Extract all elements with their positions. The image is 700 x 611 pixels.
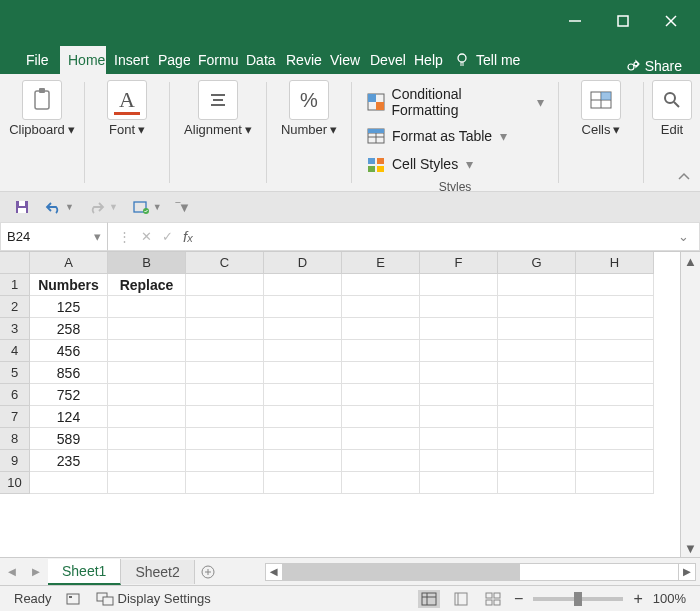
tab-insert[interactable]: Insert bbox=[106, 46, 150, 74]
col-header-A[interactable]: A bbox=[30, 252, 108, 274]
alignment-button[interactable]: Alignment▾ bbox=[178, 80, 258, 137]
cell-E9[interactable] bbox=[342, 450, 420, 472]
scroll-down-button[interactable]: ▼ bbox=[681, 539, 700, 557]
qat-customize-button[interactable]: ‾▼ bbox=[172, 198, 193, 217]
row-header-3[interactable]: 3 bbox=[0, 318, 30, 340]
enter-formula-button[interactable]: ✓ bbox=[162, 229, 173, 244]
cell-B1[interactable]: Replace bbox=[108, 274, 186, 296]
share-button[interactable]: Share bbox=[625, 58, 682, 74]
cell-G2[interactable] bbox=[498, 296, 576, 318]
display-settings-button[interactable]: Display Settings bbox=[96, 591, 211, 606]
cell-B4[interactable] bbox=[108, 340, 186, 362]
save-button[interactable] bbox=[10, 197, 34, 217]
col-header-G[interactable]: G bbox=[498, 252, 576, 274]
font-button[interactable]: A Font▾ bbox=[93, 80, 161, 137]
tell-me-search[interactable]: Tell me bbox=[446, 46, 528, 74]
cell-F9[interactable] bbox=[420, 450, 498, 472]
editing-button[interactable]: Edit bbox=[652, 80, 692, 137]
add-sheet-button[interactable] bbox=[195, 559, 221, 585]
tab-review[interactable]: Revie bbox=[278, 46, 322, 74]
cell-A10[interactable] bbox=[30, 472, 108, 494]
fx-icon[interactable]: fx bbox=[183, 228, 193, 245]
row-header-2[interactable]: 2 bbox=[0, 296, 30, 318]
cell-G7[interactable] bbox=[498, 406, 576, 428]
tab-view[interactable]: View bbox=[322, 46, 362, 74]
cell-F3[interactable] bbox=[420, 318, 498, 340]
cell-B5[interactable] bbox=[108, 362, 186, 384]
cell-grid[interactable]: ABCDEFGH1NumbersReplace21253258445658566… bbox=[0, 252, 680, 557]
cell-C7[interactable] bbox=[186, 406, 264, 428]
row-header-6[interactable]: 6 bbox=[0, 384, 30, 406]
page-layout-view-button[interactable] bbox=[450, 590, 472, 608]
zoom-slider[interactable] bbox=[533, 597, 623, 601]
cell-D8[interactable] bbox=[264, 428, 342, 450]
collapse-ribbon-button[interactable] bbox=[676, 169, 692, 185]
cell-A1[interactable]: Numbers bbox=[30, 274, 108, 296]
formula-input[interactable] bbox=[203, 223, 668, 250]
cell-C10[interactable] bbox=[186, 472, 264, 494]
select-all-corner[interactable] bbox=[0, 252, 30, 274]
cell-G6[interactable] bbox=[498, 384, 576, 406]
cell-D2[interactable] bbox=[264, 296, 342, 318]
cell-B3[interactable] bbox=[108, 318, 186, 340]
cell-E3[interactable] bbox=[342, 318, 420, 340]
cell-G10[interactable] bbox=[498, 472, 576, 494]
col-header-B[interactable]: B bbox=[108, 252, 186, 274]
vertical-scrollbar[interactable]: ▲ ▼ bbox=[680, 252, 700, 557]
macro-record-icon[interactable] bbox=[66, 592, 82, 606]
cell-G8[interactable] bbox=[498, 428, 576, 450]
cell-C1[interactable] bbox=[186, 274, 264, 296]
cell-B9[interactable] bbox=[108, 450, 186, 472]
cell-D9[interactable] bbox=[264, 450, 342, 472]
cell-C3[interactable] bbox=[186, 318, 264, 340]
zoom-out-button[interactable]: − bbox=[514, 590, 523, 608]
normal-view-button[interactable] bbox=[418, 590, 440, 608]
tab-page-layout[interactable]: Page bbox=[150, 46, 190, 74]
cell-B10[interactable] bbox=[108, 472, 186, 494]
tab-file[interactable]: File bbox=[18, 46, 60, 74]
cell-G4[interactable] bbox=[498, 340, 576, 362]
row-header-8[interactable]: 8 bbox=[0, 428, 30, 450]
cell-E8[interactable] bbox=[342, 428, 420, 450]
tab-formulas[interactable]: Formu bbox=[190, 46, 238, 74]
cell-D6[interactable] bbox=[264, 384, 342, 406]
col-header-C[interactable]: C bbox=[186, 252, 264, 274]
row-header-7[interactable]: 7 bbox=[0, 406, 30, 428]
cell-H2[interactable] bbox=[576, 296, 654, 318]
qat-program-button[interactable]: ▼ bbox=[128, 197, 166, 217]
name-box[interactable]: B24 ▾ bbox=[0, 222, 108, 251]
cell-B6[interactable] bbox=[108, 384, 186, 406]
row-header-9[interactable]: 9 bbox=[0, 450, 30, 472]
cell-A6[interactable]: 752 bbox=[30, 384, 108, 406]
cell-B2[interactable] bbox=[108, 296, 186, 318]
tab-developer[interactable]: Devel bbox=[362, 46, 406, 74]
cell-C6[interactable] bbox=[186, 384, 264, 406]
tab-home[interactable]: Home bbox=[60, 46, 106, 74]
cell-D3[interactable] bbox=[264, 318, 342, 340]
maximize-button[interactable] bbox=[600, 6, 646, 36]
row-header-1[interactable]: 1 bbox=[0, 274, 30, 296]
fx-options-icon[interactable]: ⋮ bbox=[118, 229, 131, 244]
number-button[interactable]: % Number▾ bbox=[275, 80, 343, 137]
cells-button[interactable]: Cells▾ bbox=[567, 80, 635, 137]
row-header-5[interactable]: 5 bbox=[0, 362, 30, 384]
cell-G5[interactable] bbox=[498, 362, 576, 384]
scroll-right-button[interactable]: ► bbox=[678, 563, 696, 581]
cell-F2[interactable] bbox=[420, 296, 498, 318]
clipboard-button[interactable]: Clipboard▾ bbox=[8, 80, 76, 137]
tab-help[interactable]: Help bbox=[406, 46, 446, 74]
cell-E2[interactable] bbox=[342, 296, 420, 318]
cell-H7[interactable] bbox=[576, 406, 654, 428]
cell-H10[interactable] bbox=[576, 472, 654, 494]
cancel-formula-button[interactable]: ✕ bbox=[141, 229, 152, 244]
scroll-left-button[interactable]: ◄ bbox=[265, 563, 283, 581]
cell-G9[interactable] bbox=[498, 450, 576, 472]
cell-D5[interactable] bbox=[264, 362, 342, 384]
format-as-table-button[interactable]: Format as Table▾ bbox=[362, 124, 548, 148]
cell-D4[interactable] bbox=[264, 340, 342, 362]
cell-A8[interactable]: 589 bbox=[30, 428, 108, 450]
sheet-nav-prev[interactable]: ◄ bbox=[0, 558, 24, 585]
undo-button[interactable]: ▼ bbox=[40, 197, 78, 217]
cell-E1[interactable] bbox=[342, 274, 420, 296]
cell-D10[interactable] bbox=[264, 472, 342, 494]
